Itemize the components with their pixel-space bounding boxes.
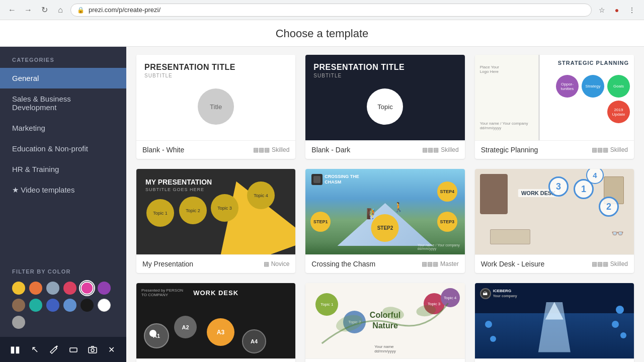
- template-thumb-crossing: CROSSING THECHASM STEP4 STEP1 STEP3 STEP…: [305, 169, 464, 254]
- sidebar-item-video[interactable]: ★ Video templates: [0, 179, 126, 201]
- template-grid: PRESENTATION TITLE SUBTITLE Title Blank …: [126, 47, 644, 362]
- page-title: Choose a template: [276, 27, 369, 40]
- select-button[interactable]: ↖: [30, 341, 39, 357]
- home-button[interactable]: ⌂: [54, 4, 66, 16]
- template-thumb-my-presentation: MY PRESENTATION SUBTITLE GOES HERE Topic…: [136, 169, 295, 254]
- template-info-my-presentation: My Presentation ▩ Novice: [136, 254, 295, 273]
- reload-button[interactable]: ↻: [38, 4, 50, 16]
- swatch-blue[interactable]: [46, 299, 59, 312]
- template-level: ▩▩▩ Master: [422, 260, 459, 267]
- template-info-workdesk-leisure: Work Desk - Leisure ▩▩▩ Skilled: [475, 254, 634, 273]
- sidebar-item-education[interactable]: Education & Non-profit: [0, 138, 126, 159]
- menu-button[interactable]: ⋮: [626, 4, 638, 16]
- page-header: Choose a template: [0, 20, 644, 47]
- url-text: prezi.com/p/create-prezi/: [89, 6, 160, 14]
- swatch-pink-red[interactable]: [63, 282, 76, 295]
- swatch-blue-gray[interactable]: [46, 282, 59, 295]
- template-info-iceberg: Iceberg ▩▩▩ Skilled: [475, 358, 634, 362]
- level-icon: ▩▩▩: [253, 146, 270, 153]
- svg-point-2: [91, 349, 94, 352]
- lock-icon: 🔒: [77, 7, 85, 14]
- swatch-gray[interactable]: [12, 316, 25, 329]
- template-name: Crossing the Chasm: [311, 260, 375, 268]
- swatch-brown[interactable]: [12, 299, 25, 312]
- swatch-magenta[interactable]: [80, 282, 94, 295]
- swatch-teal[interactable]: [29, 299, 42, 312]
- template-card-workdesk-leisure[interactable]: WORK DESK 1 2 3 4 👓 Work Desk - Leisure: [475, 169, 634, 273]
- template-info-workdesk2: Work Desk ▩▩▩ Skilled: [136, 358, 295, 362]
- template-card-strategic[interactable]: STRATEGIC PLANNING Oppor-tunities Strate…: [475, 55, 634, 159]
- level-icon: ▩: [264, 260, 269, 267]
- pen-button[interactable]: [49, 341, 58, 357]
- template-info-strategic: Strategic Planning ▩▩▩ Skilled: [475, 140, 634, 159]
- template-thumb-workdesk-leisure: WORK DESK 1 2 3 4 👓: [475, 169, 634, 254]
- camera-button[interactable]: [88, 341, 97, 357]
- template-level: ▩▩▩ Skilled: [253, 146, 289, 153]
- sidebar-item-hr[interactable]: HR & Training: [0, 159, 126, 179]
- template-name: Strategic Planning: [481, 146, 538, 154]
- template-card-iceberg[interactable]: 🏔 ICEBERGYour company Iceberg: [475, 283, 634, 362]
- template-thumb-strategic: STRATEGIC PLANNING Oppor-tunities Strate…: [475, 55, 634, 140]
- level-icon: ▩▩▩: [592, 260, 608, 267]
- template-card-my-presentation[interactable]: MY PRESENTATION SUBTITLE GOES HERE Topic…: [136, 169, 295, 273]
- eraser-button[interactable]: [68, 341, 77, 357]
- app-container: Choose a template CATEGORIES General Sal…: [0, 20, 644, 362]
- template-info-crossing: Crossing the Chasm ▩▩▩ Master: [305, 254, 464, 273]
- swatch-purple[interactable]: [98, 282, 111, 295]
- browser-actions: ☆ ● ⋮: [596, 4, 638, 16]
- bottom-toolbar: ▮▮ ↖: [0, 337, 126, 362]
- prezi-icon[interactable]: ●: [611, 4, 623, 16]
- template-card-blank-white[interactable]: PRESENTATION TITLE SUBTITLE Title Blank …: [136, 55, 295, 159]
- template-name: Work Desk - Leisure: [481, 260, 545, 268]
- swatch-black[interactable]: [80, 299, 94, 312]
- sidebar-item-marketing[interactable]: Marketing: [0, 118, 126, 138]
- address-bar[interactable]: 🔒 prezi.com/p/create-prezi/: [70, 4, 592, 17]
- level-text: Novice: [271, 260, 290, 267]
- back-button[interactable]: ←: [6, 4, 18, 16]
- star-button[interactable]: ☆: [596, 4, 608, 16]
- forward-button[interactable]: →: [22, 4, 34, 16]
- template-info-blank-dark: Blank - Dark ▩▩▩ Skilled: [305, 140, 464, 159]
- template-card-colorful-nature[interactable]: ColorfulNature Topic 1 Topic 2 Topic 3 T…: [305, 283, 464, 362]
- grid-columns: PRESENTATION TITLE SUBTITLE Title Blank …: [136, 47, 634, 362]
- swatch-white[interactable]: [98, 299, 111, 312]
- template-thumb-blank-dark: PRESENTATION TITLE SUBTITLE Topic: [305, 55, 464, 140]
- filter-color-label: FILTER BY COLOR: [12, 268, 114, 275]
- template-thumb-workdesk2: WORK DESK Presented by PERSONTO COMPANY …: [136, 283, 295, 358]
- level-text: Skilled: [610, 260, 628, 267]
- template-name: My Presentation: [142, 260, 193, 268]
- svg-rect-0: [70, 348, 77, 352]
- swatch-orange[interactable]: [29, 282, 42, 295]
- main-content: CATEGORIES General Sales & Business Deve…: [0, 47, 644, 362]
- template-thumb-iceberg: 🏔 ICEBERGYour company: [475, 283, 634, 358]
- color-filter-section: FILTER BY COLOR: [0, 258, 126, 337]
- level-text: Master: [440, 260, 459, 267]
- template-card-workdesk2[interactable]: WORK DESK Presented by PERSONTO COMPANY …: [136, 283, 295, 362]
- template-thumb-colorful-nature: ColorfulNature Topic 1 Topic 2 Topic 3 T…: [305, 283, 464, 358]
- color-swatches: [12, 282, 114, 329]
- sidebar: CATEGORIES General Sales & Business Deve…: [0, 47, 126, 362]
- level-icon: ▩▩▩: [592, 146, 608, 153]
- sidebar-item-sales[interactable]: Sales & Business Development: [0, 88, 126, 118]
- sidebar-item-general[interactable]: General: [0, 68, 126, 88]
- browser-toolbar: ← → ↻ ⌂ 🔒 prezi.com/p/create-prezi/ ☆ ● …: [0, 0, 644, 20]
- pause-button[interactable]: ▮▮: [10, 341, 20, 357]
- level-text: Skilled: [441, 146, 458, 153]
- template-level: ▩ Novice: [264, 260, 290, 267]
- template-level: ▩▩▩ Skilled: [592, 146, 628, 153]
- level-text: Skilled: [272, 146, 289, 153]
- template-card-crossing[interactable]: CROSSING THECHASM STEP4 STEP1 STEP3 STEP…: [305, 169, 464, 273]
- level-icon: ▩▩▩: [422, 146, 439, 153]
- template-card-blank-dark[interactable]: PRESENTATION TITLE SUBTITLE Topic Blank …: [305, 55, 464, 159]
- categories-label: CATEGORIES: [0, 47, 126, 68]
- level-text: Skilled: [610, 146, 628, 153]
- level-icon: ▩▩▩: [422, 260, 438, 267]
- swatch-light-blue[interactable]: [63, 299, 76, 312]
- template-level: ▩▩▩ Skilled: [422, 146, 458, 153]
- swatch-yellow[interactable]: [12, 282, 25, 295]
- template-level: ▩▩▩ Skilled: [592, 260, 628, 267]
- template-info-blank-white: Blank - White ▩▩▩ Skilled: [136, 140, 295, 159]
- template-name: Blank - White: [142, 146, 184, 154]
- svg-rect-1: [89, 347, 97, 353]
- close-button[interactable]: ✕: [107, 341, 116, 357]
